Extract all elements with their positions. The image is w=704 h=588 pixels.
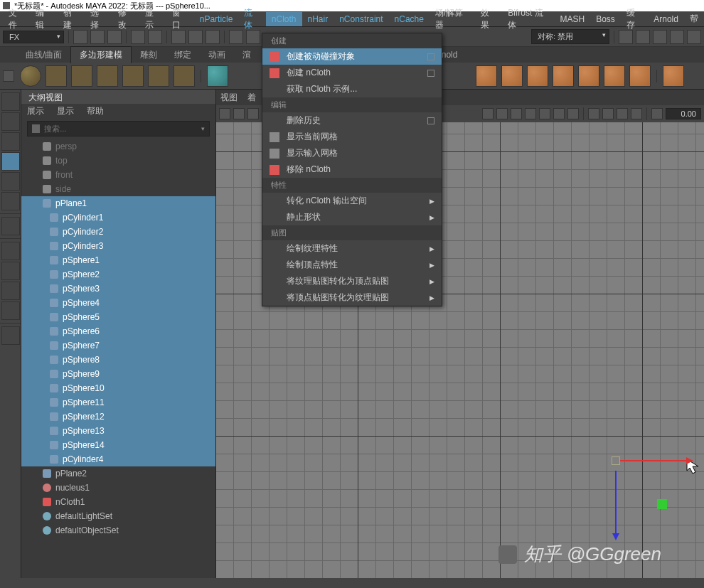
- outliner-item-pSphere3[interactable]: pSphere3: [21, 282, 215, 296]
- snap-grid-icon[interactable]: [229, 30, 243, 44]
- outliner-item-pSphere14[interactable]: pSphere14: [21, 438, 215, 452]
- lasso-icon[interactable]: [188, 30, 203, 44]
- menu-帮[interactable]: 帮: [684, 11, 704, 27]
- shading-icon[interactable]: [588, 108, 599, 119]
- shelf-tab-1[interactable]: 多边形建模: [70, 46, 132, 63]
- shaded-icon[interactable]: [525, 108, 536, 119]
- snap-curve-icon[interactable]: [246, 30, 260, 44]
- poly-cone-icon[interactable]: [97, 65, 118, 87]
- outliner-item-nucleus1[interactable]: nucleus1: [21, 481, 215, 495]
- shelf-icon[interactable]: [578, 65, 599, 87]
- poly-sphere-icon[interactable]: [20, 65, 41, 87]
- outliner-item-front[interactable]: front: [21, 168, 215, 182]
- menu-item-移除 nCloth[interactable]: 移除 nCloth: [262, 161, 442, 178]
- outliner-item-pPlane2[interactable]: pPlane2: [21, 466, 215, 481]
- menu-场/解算器[interactable]: 场/解算器: [430, 5, 475, 33]
- paint-select-icon[interactable]: [206, 30, 220, 44]
- ipr-icon[interactable]: [636, 30, 650, 44]
- outliner-menu-帮助[interactable]: 帮助: [87, 105, 104, 117]
- rotate-tool[interactable]: [1, 172, 20, 191]
- lasso-tool[interactable]: [1, 112, 20, 131]
- menu-item-静止形状[interactable]: 静止形状▶: [262, 209, 442, 225]
- outliner-item-pSphere9[interactable]: pSphere9: [21, 367, 215, 381]
- poly-plane-icon[interactable]: [148, 65, 169, 87]
- outliner-item-nCloth1[interactable]: nCloth1: [21, 495, 215, 509]
- menu-item-绘制纹理特性[interactable]: 绘制纹理特性▶: [262, 240, 442, 257]
- film-gate-icon[interactable]: [617, 108, 628, 119]
- exposure-value[interactable]: 0.00: [666, 108, 701, 119]
- symmetry-dropdown[interactable]: 对称: 禁用: [531, 29, 609, 44]
- menu-item-绘制顶点特性[interactable]: 绘制顶点特性▶: [262, 257, 442, 273]
- isolate-icon[interactable]: [482, 108, 494, 119]
- shelf-gear-icon[interactable]: [3, 70, 14, 82]
- outliner-item-pCylinder4[interactable]: pCylinder4: [21, 452, 215, 466]
- workspace-dropdown[interactable]: FX: [3, 31, 64, 43]
- shelf-tab-5[interactable]: 渲: [234, 47, 260, 63]
- option-box-icon[interactable]: [427, 53, 434, 60]
- menu-nHair[interactable]: nHair: [302, 12, 334, 26]
- menu-创建[interactable]: 创建: [58, 5, 85, 33]
- menu-item-将纹理贴图转化为顶点贴图[interactable]: 将纹理贴图转化为顶点贴图▶: [262, 273, 442, 289]
- shelf-icon[interactable]: [604, 65, 625, 87]
- outliner-search[interactable]: [27, 121, 210, 137]
- menu-item-删除历史[interactable]: 删除历史: [262, 112, 442, 129]
- layout-icon[interactable]: [1, 301, 20, 320]
- outliner-item-pSphere4[interactable]: pSphere4: [21, 296, 215, 310]
- viewport-menu-着[interactable]: 着: [247, 92, 256, 104]
- outliner-item-side[interactable]: side: [21, 182, 215, 196]
- paint-tool[interactable]: [1, 132, 20, 151]
- outliner-item-top[interactable]: top: [21, 154, 215, 168]
- menu-编辑[interactable]: 编辑: [30, 5, 57, 33]
- shelf-tab-2[interactable]: 雕刻: [132, 47, 166, 63]
- poly-disc-icon[interactable]: [174, 65, 195, 87]
- outliner-item-pSphere6[interactable]: pSphere6: [21, 324, 215, 338]
- menu-选择[interactable]: 选择: [85, 5, 112, 33]
- menu-item-显示输入网格[interactable]: 显示输入网格: [262, 145, 442, 161]
- outliner-item-pSphere2[interactable]: pSphere2: [21, 267, 215, 282]
- exposure-icon[interactable]: [651, 108, 663, 119]
- gizmo-origin[interactable]: [612, 456, 620, 465]
- outliner-item-pCylinder2[interactable]: pCylinder2: [21, 225, 215, 239]
- wireframe-icon[interactable]: [511, 108, 522, 119]
- layout-single-icon[interactable]: [1, 242, 20, 260]
- outliner-item-pCylinder3[interactable]: pCylinder3: [21, 239, 215, 253]
- menu-修改[interactable]: 修改: [112, 5, 139, 33]
- shelf-tab-3[interactable]: 绑定: [166, 47, 200, 63]
- menu-窗口[interactable]: 窗口: [166, 5, 193, 33]
- menu-nConstraint[interactable]: nConstraint: [334, 12, 388, 26]
- menu-MASH[interactable]: MASH: [555, 12, 591, 26]
- menu-nCloth[interactable]: nCloth: [266, 12, 302, 26]
- menu-显示[interactable]: 显示: [139, 5, 166, 33]
- outliner-search-input[interactable]: [44, 124, 205, 133]
- outliner-item-pSphere10[interactable]: pSphere10: [21, 381, 215, 395]
- last-tool[interactable]: [1, 217, 20, 235]
- outliner-item-persp[interactable]: persp: [21, 139, 215, 154]
- outliner-item-pSphere8[interactable]: pSphere8: [21, 353, 215, 367]
- outliner-menu-显示[interactable]: 显示: [57, 105, 74, 117]
- hypershade-icon[interactable]: [670, 30, 684, 44]
- redo-icon[interactable]: [148, 30, 162, 44]
- undo-icon[interactable]: [131, 30, 145, 44]
- shelf-icon[interactable]: [476, 65, 497, 87]
- menu-nCache[interactable]: nCache: [389, 12, 430, 26]
- select-tool[interactable]: [1, 92, 20, 111]
- viewport-menu-视图[interactable]: 视图: [220, 92, 238, 104]
- layout-icon[interactable]: [1, 282, 20, 300]
- shelf-tab-0[interactable]: 曲线/曲面: [17, 47, 70, 63]
- platonic-icon[interactable]: [207, 65, 228, 87]
- menu-nParticle[interactable]: nParticle: [194, 12, 239, 26]
- menu-item-创建被动碰撞对象[interactable]: 创建被动碰撞对象: [262, 48, 442, 65]
- grid-icon[interactable]: [602, 108, 614, 119]
- shelf-tab-4[interactable]: 动画: [200, 47, 234, 63]
- menu-Boss[interactable]: Boss: [590, 12, 621, 26]
- move-tool[interactable]: [1, 152, 20, 171]
- scale-tool[interactable]: [1, 192, 20, 210]
- shelf-icon[interactable]: [663, 65, 684, 87]
- render-icon[interactable]: [619, 30, 633, 44]
- open-scene-icon[interactable]: [90, 30, 105, 44]
- outliner-item-defaultLightSet[interactable]: defaultLightSet: [21, 509, 215, 523]
- menu-item-显示当前网格[interactable]: 显示当前网格: [262, 129, 442, 145]
- shadows-icon[interactable]: [567, 108, 579, 119]
- gizmo-x-axis[interactable]: [620, 460, 691, 461]
- menu-item-转化 nCloth 输出空间[interactable]: 转化 nCloth 输出空间▶: [262, 193, 442, 209]
